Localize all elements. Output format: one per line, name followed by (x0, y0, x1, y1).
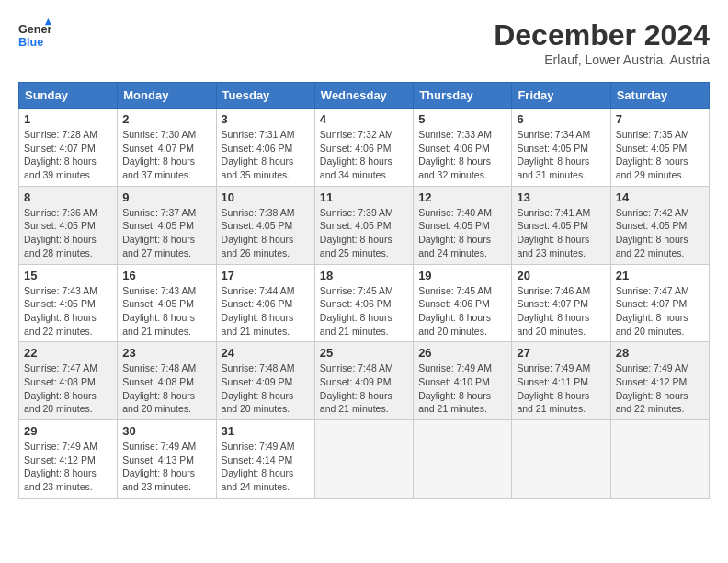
weekday-header-wednesday: Wednesday (314, 83, 413, 109)
svg-text:General: General (18, 23, 51, 36)
calendar-cell: 28Sunrise: 7:49 AM Sunset: 4:12 PM Dayli… (610, 342, 709, 420)
day-number: 28 (616, 346, 704, 360)
week-row-5: 29Sunrise: 7:49 AM Sunset: 4:12 PM Dayli… (19, 420, 710, 499)
day-number: 9 (122, 190, 210, 204)
calendar-cell (414, 420, 512, 499)
calendar-cell: 24Sunrise: 7:48 AM Sunset: 4:09 PM Dayli… (216, 342, 314, 420)
day-info: Sunrise: 7:45 AM Sunset: 4:06 PM Dayligh… (320, 284, 408, 339)
day-number: 29 (24, 424, 112, 438)
calendar-cell: 25Sunrise: 7:48 AM Sunset: 4:09 PM Dayli… (314, 342, 413, 420)
day-info: Sunrise: 7:44 AM Sunset: 4:06 PM Dayligh… (222, 284, 310, 339)
day-info: Sunrise: 7:48 AM Sunset: 4:08 PM Dayligh… (122, 362, 210, 416)
day-info: Sunrise: 7:30 AM Sunset: 4:07 PM Dayligh… (122, 128, 210, 182)
day-number: 7 (616, 112, 704, 126)
day-number: 18 (320, 269, 408, 282)
weekday-header-monday: Monday (118, 83, 216, 109)
page-header: General Blue December 2024 Erlauf, Lower… (18, 18, 710, 67)
calendar-cell: 12Sunrise: 7:40 AM Sunset: 4:05 PM Dayli… (414, 186, 512, 264)
day-info: Sunrise: 7:36 AM Sunset: 4:05 PM Dayligh… (24, 206, 112, 260)
weekday-header-row: SundayMondayTuesdayWednesdayThursdayFrid… (19, 83, 710, 109)
calendar-cell: 6Sunrise: 7:34 AM Sunset: 4:05 PM Daylig… (512, 109, 610, 187)
day-info: Sunrise: 7:49 AM Sunset: 4:10 PM Dayligh… (418, 362, 506, 416)
day-info: Sunrise: 7:47 AM Sunset: 4:07 PM Dayligh… (616, 284, 704, 339)
calendar-cell: 5Sunrise: 7:33 AM Sunset: 4:06 PM Daylig… (414, 109, 512, 187)
day-number: 26 (418, 346, 506, 360)
calendar-cell (314, 420, 413, 499)
calendar-cell: 9Sunrise: 7:37 AM Sunset: 4:05 PM Daylig… (118, 186, 216, 264)
svg-marker-2 (45, 18, 51, 25)
calendar-cell: 7Sunrise: 7:35 AM Sunset: 4:05 PM Daylig… (610, 109, 709, 187)
day-info: Sunrise: 7:47 AM Sunset: 4:08 PM Dayligh… (24, 362, 112, 416)
day-info: Sunrise: 7:28 AM Sunset: 4:07 PM Dayligh… (24, 128, 112, 182)
day-info: Sunrise: 7:49 AM Sunset: 4:12 PM Dayligh… (616, 362, 704, 416)
calendar-cell (512, 420, 610, 499)
day-info: Sunrise: 7:49 AM Sunset: 4:13 PM Dayligh… (122, 440, 210, 494)
calendar-cell: 13Sunrise: 7:41 AM Sunset: 4:05 PM Dayli… (512, 186, 610, 264)
day-number: 17 (222, 269, 310, 282)
day-number: 15 (24, 269, 112, 282)
day-number: 31 (222, 424, 310, 438)
calendar-cell (610, 420, 709, 499)
weekday-header-tuesday: Tuesday (216, 83, 314, 109)
weekday-header-saturday: Saturday (610, 83, 709, 109)
day-info: Sunrise: 7:49 AM Sunset: 4:12 PM Dayligh… (24, 440, 112, 494)
day-number: 24 (222, 346, 310, 360)
title-block: December 2024 Erlauf, Lower Austria, Aus… (494, 18, 710, 67)
calendar-cell: 18Sunrise: 7:45 AM Sunset: 4:06 PM Dayli… (314, 264, 413, 342)
calendar-cell: 29Sunrise: 7:49 AM Sunset: 4:12 PM Dayli… (19, 420, 118, 499)
calendar-cell: 4Sunrise: 7:32 AM Sunset: 4:06 PM Daylig… (314, 109, 413, 187)
day-info: Sunrise: 7:37 AM Sunset: 4:05 PM Dayligh… (122, 206, 210, 260)
calendar-cell: 2Sunrise: 7:30 AM Sunset: 4:07 PM Daylig… (118, 109, 216, 187)
day-info: Sunrise: 7:31 AM Sunset: 4:06 PM Dayligh… (222, 128, 310, 182)
day-info: Sunrise: 7:35 AM Sunset: 4:05 PM Dayligh… (616, 128, 704, 182)
day-number: 10 (222, 190, 310, 204)
day-number: 6 (517, 112, 605, 126)
day-number: 1 (24, 112, 112, 126)
day-number: 25 (320, 346, 408, 360)
calendar-cell: 22Sunrise: 7:47 AM Sunset: 4:08 PM Dayli… (19, 342, 118, 420)
day-info: Sunrise: 7:42 AM Sunset: 4:05 PM Dayligh… (616, 206, 704, 260)
day-info: Sunrise: 7:40 AM Sunset: 4:05 PM Dayligh… (418, 206, 506, 260)
day-info: Sunrise: 7:45 AM Sunset: 4:06 PM Dayligh… (418, 284, 506, 339)
calendar-cell: 23Sunrise: 7:48 AM Sunset: 4:08 PM Dayli… (118, 342, 216, 420)
day-number: 2 (122, 112, 210, 126)
day-info: Sunrise: 7:32 AM Sunset: 4:06 PM Dayligh… (320, 128, 408, 182)
svg-text:Blue: Blue (18, 36, 43, 49)
calendar-cell: 14Sunrise: 7:42 AM Sunset: 4:05 PM Dayli… (610, 186, 709, 264)
calendar-cell: 1Sunrise: 7:28 AM Sunset: 4:07 PM Daylig… (19, 109, 118, 187)
day-number: 13 (517, 190, 605, 204)
calendar-cell: 27Sunrise: 7:49 AM Sunset: 4:11 PM Dayli… (512, 342, 610, 420)
day-info: Sunrise: 7:49 AM Sunset: 4:14 PM Dayligh… (222, 440, 310, 494)
day-number: 4 (320, 112, 408, 126)
day-info: Sunrise: 7:34 AM Sunset: 4:05 PM Dayligh… (517, 128, 605, 182)
day-number: 11 (320, 190, 408, 204)
calendar-cell: 3Sunrise: 7:31 AM Sunset: 4:06 PM Daylig… (216, 109, 314, 187)
day-info: Sunrise: 7:48 AM Sunset: 4:09 PM Dayligh… (320, 362, 408, 416)
calendar-cell: 21Sunrise: 7:47 AM Sunset: 4:07 PM Dayli… (610, 264, 709, 342)
week-row-3: 15Sunrise: 7:43 AM Sunset: 4:05 PM Dayli… (19, 264, 710, 342)
day-number: 21 (616, 269, 704, 282)
calendar-cell: 31Sunrise: 7:49 AM Sunset: 4:14 PM Dayli… (216, 420, 314, 499)
day-number: 22 (24, 346, 112, 360)
day-info: Sunrise: 7:38 AM Sunset: 4:05 PM Dayligh… (222, 206, 310, 260)
calendar-cell: 19Sunrise: 7:45 AM Sunset: 4:06 PM Dayli… (414, 264, 512, 342)
calendar-cell: 30Sunrise: 7:49 AM Sunset: 4:13 PM Dayli… (118, 420, 216, 499)
location: Erlauf, Lower Austria, Austria (494, 52, 710, 67)
calendar-cell: 26Sunrise: 7:49 AM Sunset: 4:10 PM Dayli… (414, 342, 512, 420)
day-info: Sunrise: 7:46 AM Sunset: 4:07 PM Dayligh… (517, 284, 605, 339)
day-number: 30 (122, 424, 210, 438)
calendar-table: SundayMondayTuesdayWednesdayThursdayFrid… (18, 82, 710, 499)
weekday-header-sunday: Sunday (19, 83, 118, 109)
calendar-cell: 16Sunrise: 7:43 AM Sunset: 4:05 PM Dayli… (118, 264, 216, 342)
week-row-1: 1Sunrise: 7:28 AM Sunset: 4:07 PM Daylig… (19, 109, 710, 187)
week-row-2: 8Sunrise: 7:36 AM Sunset: 4:05 PM Daylig… (19, 186, 710, 264)
calendar-cell: 20Sunrise: 7:46 AM Sunset: 4:07 PM Dayli… (512, 264, 610, 342)
weekday-header-friday: Friday (512, 83, 610, 109)
weekday-header-thursday: Thursday (414, 83, 512, 109)
month-title: December 2024 (494, 18, 710, 52)
day-number: 27 (517, 346, 605, 360)
logo-icon: General Blue (18, 18, 51, 52)
day-info: Sunrise: 7:39 AM Sunset: 4:05 PM Dayligh… (320, 206, 408, 260)
day-number: 3 (222, 112, 310, 126)
day-number: 5 (418, 112, 506, 126)
